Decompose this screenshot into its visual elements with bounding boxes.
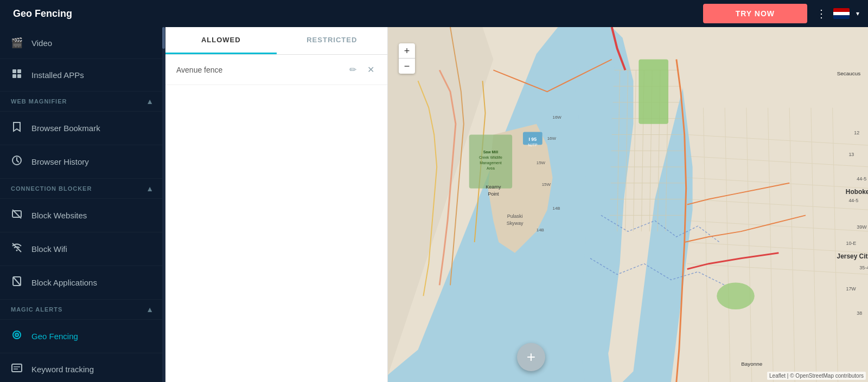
fence-name: Avenue fence [176,66,222,74]
svg-text:Creek Wildlife: Creek Wildlife [479,156,502,159]
sidebar-label-installed-apps: Installed APPs [31,70,84,80]
svg-rect-63 [639,60,668,124]
svg-text:35-4B: 35-4B [859,265,868,270]
map-attribution: Leaflet | © OpenStreetMap contributors [767,372,866,380]
sidebar-label-browser-bookmark: Browser Bookmark [31,124,100,133]
svg-point-13 [16,334,17,335]
tab-restricted[interactable]: RESTRICTED [277,27,388,54]
map-zoom-controls: + − [399,43,415,74]
tab-allowed[interactable]: ALLOWED [165,27,277,54]
svg-text:Skyway: Skyway [507,221,524,226]
more-options-icon[interactable]: ⋮ [816,7,827,20]
svg-point-64 [717,282,754,309]
sidebar-label-block-wifi: Block Wifi [31,244,67,254]
section-magic-alerts[interactable]: MAGIC ALERTS ▲ [0,300,165,320]
svg-text:10-E: 10-E [846,241,856,246]
svg-text:44-5: 44-5 [857,176,866,182]
add-fence-button[interactable]: + [517,343,545,371]
svg-text:15W: 15W [542,182,551,187]
svg-text:38: 38 [857,310,862,316]
svg-text:Management: Management [480,161,502,165]
sidebar-label-keyword-tracking: Keyword tracking [31,365,94,374]
svg-text:Saw Mill: Saw Mill [483,150,498,154]
svg-text:Jersey City: Jersey City [837,252,868,260]
svg-text:Point: Point [488,191,499,197]
svg-rect-3 [17,74,21,78]
magic-alerts-chevron: ▲ [146,305,154,314]
try-now-button[interactable]: TRY NOW [703,4,807,23]
map-svg: I 95 NJTP Saw Mill Creek Wildlife Manage… [388,27,868,382]
web-magnifier-chevron: ▲ [146,97,154,106]
section-connection-blocker-label: CONNECTION BLOCKER [11,185,92,192]
svg-text:Area: Area [487,166,495,170]
svg-text:NJTP: NJTP [528,143,538,147]
sidebar-label-block-applications: Block Applications [31,278,97,287]
svg-text:14B: 14B [537,228,544,232]
section-connection-blocker[interactable]: CONNECTION BLOCKER ▲ [0,179,165,199]
fence-delete-button[interactable]: ✕ [365,63,376,76]
svg-text:Bayonne: Bayonne [741,361,763,367]
sidebar-label-geo-fencing: Geo Fencing [31,332,78,341]
content-area: ALLOWED RESTRICTED Avenue fence ✏ ✕ [165,27,868,382]
fence-item: Avenue fence ✏ ✕ [165,55,387,85]
svg-text:13: 13 [848,152,854,157]
sidebar-item-video[interactable]: 🎬 Video [0,27,165,59]
zoom-in-button[interactable]: + [399,43,415,59]
language-dropdown-icon[interactable]: ▾ [856,10,859,17]
map-area[interactable]: I 95 NJTP Saw Mill Creek Wildlife Manage… [388,27,868,382]
sidebar-item-browser-bookmark[interactable]: Browser Bookmark [0,112,165,145]
svg-text:17W: 17W [846,286,856,292]
svg-line-10 [13,277,21,286]
fence-actions: ✏ ✕ [347,63,376,76]
svg-text:14B: 14B [553,206,560,211]
video-icon: 🎬 [11,37,23,49]
block-websites-icon [11,209,23,222]
section-web-magnifier-label: WEB MAGNIFIER [11,98,67,105]
svg-point-7 [16,250,18,251]
sidebar-label-block-websites: Block Websites [31,211,87,220]
svg-text:Secaucus: Secaucus [837,70,861,76]
sidebar-item-block-websites[interactable]: Block Websites [0,199,165,232]
svg-rect-14 [12,364,22,372]
sidebar-item-installed-apps[interactable]: Installed APPs [0,59,165,92]
tabs-bar: ALLOWED RESTRICTED [165,27,387,55]
sidebar-item-keyword-tracking[interactable]: Keyword tracking [0,353,165,382]
svg-rect-0 [12,69,16,73]
language-flag[interactable] [833,8,850,19]
top-bar: Geo Fencing TRY NOW ⋮ ▾ [0,0,868,27]
svg-text:44-5: 44-5 [848,198,858,203]
left-panel: ALLOWED RESTRICTED Avenue fence ✏ ✕ [165,27,388,382]
svg-text:I 95: I 95 [528,137,537,142]
fence-edit-button[interactable]: ✏ [347,63,359,76]
geo-fencing-icon [11,329,23,343]
section-web-magnifier[interactable]: WEB MAGNIFIER ▲ [0,92,165,112]
sidebar-item-block-wifi[interactable]: Block Wifi [0,232,165,266]
svg-text:16W: 16W [547,136,557,141]
sidebar-item-geo-fencing[interactable]: Geo Fencing [0,320,165,353]
svg-text:15W: 15W [537,160,546,165]
svg-text:16W: 16W [553,115,562,120]
svg-rect-1 [17,69,21,73]
svg-marker-20 [671,27,868,382]
top-bar-actions: ⋮ ▾ [816,7,859,20]
connection-blocker-chevron: ▲ [146,184,154,193]
svg-text:Hoboken: Hoboken [846,188,868,196]
sidebar-item-browser-history[interactable]: Browser History [0,145,165,179]
scroll-indicator [162,27,165,382]
installed-apps-icon [11,69,23,81]
sidebar: 🎬 Video Installed APPs WEB MAGNIFIER ▲ [0,27,165,382]
browser-bookmark-icon [11,121,23,135]
sidebar-label-browser-history: Browser History [31,157,89,166]
block-wifi-icon [11,242,23,256]
svg-text:Pulaski: Pulaski [507,213,523,219]
block-applications-icon [11,276,23,289]
zoom-out-button[interactable]: − [399,59,415,74]
sidebar-label-video: Video [31,38,52,48]
svg-text:12: 12 [854,130,859,135]
page-title: Geo Fencing [9,8,703,20]
svg-rect-2 [12,74,16,78]
scroll-thumb [162,27,165,49]
svg-text:Kearny: Kearny [486,184,501,190]
svg-text:39W: 39W [857,224,867,230]
sidebar-item-block-applications[interactable]: Block Applications [0,266,165,300]
